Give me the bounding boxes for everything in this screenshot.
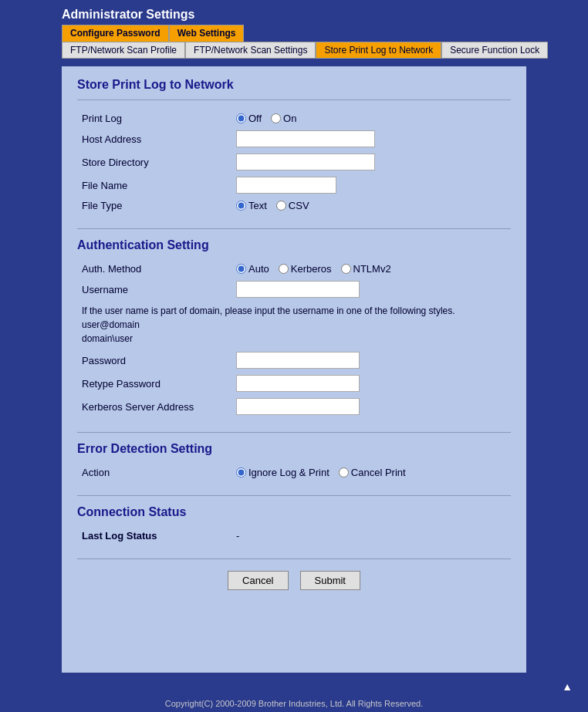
store-directory-cell — [231, 150, 511, 174]
action-ignore-text: Ignore Log & Print — [248, 467, 329, 478]
kerberos-server-input[interactable] — [236, 398, 360, 415]
store-print-log-section: Store Print Log to Network Print Log Off — [77, 78, 511, 214]
store-directory-input[interactable] — [236, 154, 375, 170]
tab-web-settings[interactable]: Web Settings — [169, 25, 245, 42]
file-type-text-label[interactable]: Text — [236, 200, 267, 211]
action-ignore-radio[interactable] — [236, 467, 246, 477]
store-print-log-title: Store Print Log to Network — [77, 78, 511, 92]
password-input[interactable] — [236, 352, 360, 369]
username-info: If the user name is part of domain, plea… — [77, 301, 511, 349]
file-name-cell — [231, 174, 511, 197]
last-log-status-value: - — [231, 527, 511, 545]
kerberos-server-cell — [231, 395, 511, 418]
auth-method-options: Auto Kerberos NTLMv2 — [231, 260, 511, 278]
auth-ntlmv2-radio[interactable] — [341, 264, 351, 274]
store-directory-label: Store Directory — [77, 150, 231, 174]
tab-row-1: Configure Password Web Settings — [62, 25, 526, 42]
username-row: Username — [77, 278, 511, 301]
action-options: Ignore Log & Print Cancel Print — [231, 464, 511, 481]
auth-auto-text: Auto — [248, 263, 269, 275]
print-log-off-radio[interactable] — [236, 113, 246, 123]
tab-row-2: FTP/Network Scan Profile FTP/Network Sca… — [62, 42, 526, 59]
tab-ftp-scan-settings[interactable]: FTP/Network Scan Settings — [185, 42, 316, 59]
info-line3: domain\user — [82, 333, 133, 344]
error-detection-section: Error Detection Setting Action Ignore Lo… — [77, 442, 511, 481]
auth-ntlmv2-label[interactable]: NTLMv2 — [341, 263, 391, 275]
action-ignore-label[interactable]: Ignore Log & Print — [236, 467, 329, 478]
scroll-arrow[interactable]: ▲ — [0, 680, 588, 693]
host-address-input[interactable] — [236, 130, 375, 147]
action-row: Action Ignore Log & Print Cancel Print — [77, 464, 511, 481]
connection-status-section: Connection Status Last Log Status - — [77, 505, 511, 545]
auth-kerberos-text: Kerberos — [291, 263, 332, 275]
file-type-text-text: Text — [248, 200, 267, 211]
print-log-on-text: On — [283, 113, 296, 124]
auth-ntlmv2-text: NTLMv2 — [353, 263, 391, 275]
tab-ftp-scan-profile[interactable]: FTP/Network Scan Profile — [62, 42, 185, 59]
username-input[interactable] — [236, 281, 360, 298]
action-cancel-radio[interactable] — [339, 467, 349, 477]
print-log-off-text: Off — [248, 113, 262, 124]
print-log-off-label[interactable]: Off — [236, 113, 262, 124]
kerberos-server-label: Kerberos Server Address — [77, 395, 231, 418]
password-label: Password — [77, 349, 231, 372]
tab-secure-function-lock[interactable]: Secure Function Lock — [441, 42, 548, 59]
connection-status-table: Last Log Status - — [77, 527, 511, 545]
submit-button[interactable]: Submit — [300, 571, 360, 590]
auth-method-row: Auth. Method Auto Kerberos — [77, 260, 511, 278]
error-detection-title: Error Detection Setting — [77, 442, 511, 456]
file-type-options: Text CSV — [231, 197, 511, 214]
auth-method-label: Auth. Method — [77, 260, 231, 278]
file-type-label: File Type — [77, 197, 231, 214]
last-log-status-row: Last Log Status - — [77, 527, 511, 545]
error-detection-table: Action Ignore Log & Print Cancel Print — [77, 464, 511, 481]
auth-kerberos-label[interactable]: Kerberos — [279, 263, 332, 275]
print-log-label: Print Log — [77, 110, 231, 127]
authentication-title: Authentication Setting — [77, 238, 511, 252]
username-cell — [231, 278, 511, 301]
host-address-label: Host Address — [77, 127, 231, 150]
file-type-csv-radio[interactable] — [276, 201, 286, 211]
file-name-row: File Name — [77, 174, 511, 197]
tab-store-print-log[interactable]: Store Print Log to Network — [316, 42, 441, 59]
print-log-on-radio[interactable] — [271, 113, 281, 123]
file-type-csv-label[interactable]: CSV — [276, 200, 309, 211]
auth-kerberos-radio[interactable] — [279, 264, 289, 274]
retype-password-cell — [231, 372, 511, 395]
file-name-label: File Name — [77, 174, 231, 197]
copyright-text: Copyright(C) 2000-2009 Brother Industrie… — [165, 699, 423, 708]
store-directory-row: Store Directory — [77, 150, 511, 174]
password-cell — [231, 349, 511, 372]
admin-title: Administrator Settings — [62, 8, 526, 22]
retype-password-label: Retype Password — [77, 372, 231, 395]
file-type-csv-text: CSV — [289, 200, 309, 211]
action-cancel-label[interactable]: Cancel Print — [339, 467, 406, 478]
auth-auto-label[interactable]: Auto — [236, 263, 269, 275]
retype-password-input[interactable] — [236, 375, 360, 392]
password-row: Password — [77, 349, 511, 372]
cancel-button[interactable]: Cancel — [228, 571, 288, 590]
info-line2: user@domain — [82, 319, 140, 330]
auth-auto-radio[interactable] — [236, 264, 246, 274]
username-info-row: If the user name is part of domain, plea… — [77, 301, 511, 349]
button-row: Cancel Submit — [77, 571, 511, 590]
authentication-table: Auth. Method Auto Kerberos — [77, 260, 511, 418]
file-type-text-radio[interactable] — [236, 201, 246, 211]
connection-status-title: Connection Status — [77, 505, 511, 519]
info-line1: If the user name is part of domain, plea… — [82, 305, 455, 316]
action-label: Action — [77, 464, 231, 481]
print-log-row: Print Log Off On — [77, 110, 511, 127]
print-log-on-label[interactable]: On — [271, 113, 296, 124]
tab-configure-password[interactable]: Configure Password — [62, 25, 169, 42]
authentication-section: Authentication Setting Auth. Method Auto — [77, 238, 511, 418]
footer: Copyright(C) 2000-2009 Brother Industrie… — [0, 695, 588, 712]
store-print-log-table: Print Log Off On — [77, 110, 511, 214]
file-type-row: File Type Text CSV — [77, 197, 511, 214]
kerberos-server-row: Kerberos Server Address — [77, 395, 511, 418]
last-log-status-label: Last Log Status — [77, 527, 231, 545]
file-name-input[interactable] — [236, 177, 336, 194]
retype-password-row: Retype Password — [77, 372, 511, 395]
action-cancel-text: Cancel Print — [351, 467, 406, 478]
username-label: Username — [77, 278, 231, 301]
host-address-row: Host Address — [77, 127, 511, 150]
